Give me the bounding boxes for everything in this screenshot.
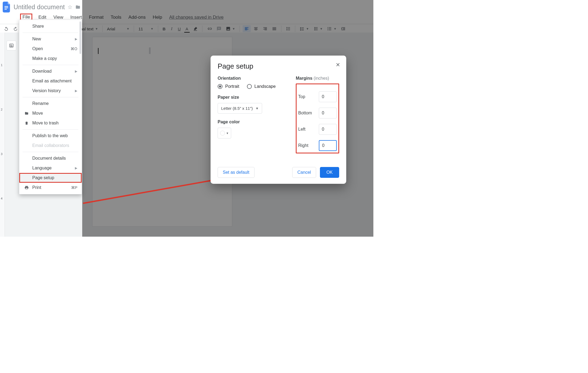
menu-label: Language	[32, 166, 72, 171]
menu-item-open[interactable]: Open ⌘O	[19, 44, 82, 54]
outline-toggle-button[interactable]	[7, 41, 16, 50]
svg-rect-6	[10, 46, 13, 47]
page-color-select[interactable]: ▼	[218, 128, 231, 139]
redo-button[interactable]	[11, 25, 20, 32]
menu-item-doc-details[interactable]: Document details	[19, 153, 82, 163]
margin-right-label: Right	[298, 143, 308, 148]
margin-left-input[interactable]	[319, 124, 337, 135]
svg-rect-1	[5, 8, 8, 8]
menu-label: Publish to the web	[32, 133, 77, 138]
radio-label: Landscape	[255, 84, 276, 89]
close-button[interactable]: ✕	[336, 62, 340, 68]
margins-label: Margins	[296, 76, 312, 81]
trash-icon	[24, 121, 29, 125]
menu-item-email-collab: Email collaborators	[19, 141, 82, 150]
orientation-portrait-radio[interactable]: Portrait	[218, 84, 239, 89]
menu-item-print[interactable]: Print ⌘P	[19, 183, 82, 192]
menu-item-share[interactable]: Share	[19, 21, 82, 31]
docs-logo-icon[interactable]	[3, 2, 11, 12]
svg-rect-5	[10, 46, 13, 46]
margin-top-input[interactable]	[319, 91, 337, 102]
cancel-button[interactable]: Cancel	[292, 167, 316, 178]
menu-label: Page setup	[32, 175, 77, 180]
menu-item-email-attachment[interactable]: Email as attachment	[19, 76, 82, 86]
menu-label: Rename	[32, 101, 77, 106]
menu-label: Share	[32, 24, 77, 29]
dialog-title: Page setup	[218, 62, 339, 70]
menu-label: Print	[32, 185, 68, 190]
move-folder-icon[interactable]	[75, 5, 81, 9]
select-value: Letter (8.5" x 11")	[221, 106, 253, 111]
page-setup-dialog: ✕ Page setup Orientation Portrait Landsc…	[211, 56, 346, 184]
radio-icon	[218, 84, 223, 89]
vruler-number: 4	[1, 197, 2, 200]
menu-item-language[interactable]: Language ▶	[19, 163, 82, 173]
menu-label: New	[32, 37, 72, 41]
undo-button[interactable]	[2, 25, 10, 32]
file-dropdown-menu: Share New ▶ Open ⌘O Make a copy Download…	[19, 20, 82, 194]
submenu-caret-icon: ▶	[75, 89, 77, 93]
menu-label: Document details	[32, 156, 77, 161]
star-icon[interactable]: ☆	[68, 4, 72, 10]
menu-item-move-trash[interactable]: Move to trash	[19, 118, 82, 128]
svg-rect-2	[5, 9, 7, 10]
submenu-caret-icon: ▶	[75, 69, 77, 73]
menu-label: Move	[32, 111, 77, 116]
menu-item-move[interactable]: Move	[19, 108, 82, 118]
vruler-number: 1	[1, 63, 2, 67]
ok-button[interactable]: OK	[320, 167, 339, 178]
menu-item-page-setup[interactable]: Page setup	[19, 173, 82, 183]
menu-label: Email as attachment	[32, 79, 77, 83]
submenu-caret-icon: ▶	[75, 37, 77, 41]
menu-item-make-copy[interactable]: Make a copy	[19, 54, 82, 63]
margin-bottom-input[interactable]	[319, 108, 337, 118]
svg-rect-4	[10, 45, 12, 45]
menu-shortcut: ⌘P	[71, 185, 77, 190]
margin-right-input[interactable]	[319, 140, 337, 151]
paper-size-label: Paper size	[218, 95, 288, 100]
menu-label: Email collaborators	[32, 143, 77, 148]
chevron-down-icon: ▼	[256, 107, 259, 110]
menu-label: Download	[32, 69, 72, 74]
color-swatch	[220, 131, 225, 136]
set-default-button[interactable]: Set as default	[218, 167, 255, 178]
vertical-ruler[interactable]: 1 2 3 4	[0, 33, 5, 237]
menu-label: Make a copy	[32, 56, 77, 61]
paper-size-select[interactable]: Letter (8.5" x 11") ▼	[218, 103, 262, 114]
orientation-landscape-radio[interactable]: Landscape	[247, 84, 276, 89]
menu-item-rename[interactable]: Rename	[19, 99, 82, 108]
menu-label: Version history	[32, 88, 72, 93]
menu-label: Open	[32, 46, 67, 51]
menu-item-download[interactable]: Download ▶	[19, 66, 82, 76]
margins-unit: (inches)	[314, 76, 329, 81]
menu-item-publish-web[interactable]: Publish to the web	[19, 131, 82, 141]
submenu-caret-icon: ▶	[75, 166, 77, 170]
vruler-number: 3	[1, 152, 2, 156]
chevron-down-icon: ▼	[226, 132, 229, 135]
print-icon	[24, 185, 29, 190]
radio-icon	[247, 84, 252, 89]
margin-bottom-label: Bottom	[298, 111, 312, 115]
margin-left-label: Left	[298, 127, 306, 132]
folder-icon	[24, 111, 29, 115]
menu-item-version-history[interactable]: Version history ▶	[19, 86, 82, 96]
orientation-label: Orientation	[218, 76, 288, 81]
menu-shortcut: ⌘O	[71, 47, 77, 51]
menu-item-new[interactable]: New ▶	[19, 34, 82, 44]
document-title[interactable]: Untitled document	[14, 4, 65, 11]
radio-label: Portrait	[225, 84, 239, 89]
page-color-label: Page color	[218, 120, 288, 124]
svg-rect-0	[5, 6, 8, 7]
vruler-number: 2	[1, 108, 2, 111]
margin-top-label: Top	[298, 94, 305, 99]
menu-label: Move to trash	[32, 121, 77, 126]
